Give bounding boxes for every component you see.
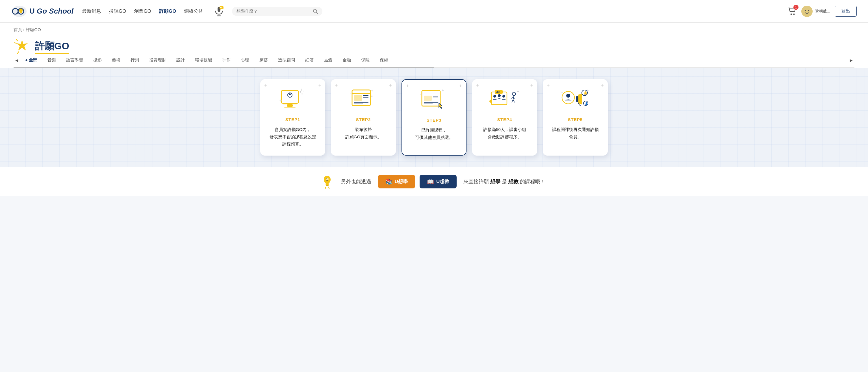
search-icon <box>313 8 318 14</box>
lightbulb-icon-area <box>320 175 334 189</box>
logo[interactable]: U Go School <box>11 5 73 18</box>
svg-marker-20 <box>17 39 28 51</box>
category-section: ◀ 全部音樂語言學習攝影藝術行銷投資理財設計職場技能手作心理穿搭造型顧問紅酒品酒… <box>0 55 868 68</box>
category-item-2[interactable]: 語言學習 <box>61 55 88 65</box>
category-item-17[interactable]: 保經 <box>375 55 393 65</box>
u-learn-button[interactable]: 📚 U想學 <box>378 175 415 189</box>
svg-point-29 <box>289 93 291 95</box>
category-item-12[interactable]: 造型顧問 <box>273 55 300 65</box>
svg-rect-38 <box>354 95 362 101</box>
steps-row: + + + − + STEP1 會員於許願GO內，發表想學習的課程及設定課程預算… <box>13 79 855 155</box>
breadcrumb-home[interactable]: 首頁 <box>13 27 22 32</box>
category-item-4[interactable]: 藝術 <box>107 55 125 65</box>
svg-text:+: + <box>300 88 303 92</box>
svg-text:+: + <box>442 88 444 92</box>
cart-button[interactable]: 1 <box>787 6 797 16</box>
nav-search-course[interactable]: 搜課GO <box>109 8 126 15</box>
step-desc-1: 會員於許願GO內，發表想學習的課程及設定課程預算。 <box>270 126 316 148</box>
svg-text:−: − <box>420 92 422 96</box>
svg-text:+: + <box>371 88 373 93</box>
category-item-15[interactable]: 金融 <box>337 55 356 65</box>
svg-point-69 <box>489 100 492 103</box>
category-scrollbar-track[interactable] <box>13 67 855 68</box>
main-content: + + + − + STEP1 會員於許願GO內，發表想學習的課程及設定課程預算… <box>0 68 868 167</box>
step-icon-3: + − <box>418 88 450 114</box>
svg-line-21 <box>17 39 18 41</box>
svg-line-65 <box>512 97 513 98</box>
category-scrollbar-thumb[interactable] <box>13 67 434 68</box>
cat-scroll-right[interactable]: ▶ <box>848 58 855 62</box>
header: U Go School 最新消息 搜課GO 創業GO 許願GO 銅板公益 <box>0 0 868 23</box>
svg-text:👤: 👤 <box>585 102 588 105</box>
category-item-1[interactable]: 音樂 <box>42 55 61 65</box>
step-desc-5: 課程開課後再次通知許願會員。 <box>552 126 599 140</box>
svg-point-17 <box>802 6 812 16</box>
nav-news[interactable]: 最新消息 <box>82 8 101 15</box>
category-item-9[interactable]: 手作 <box>217 55 236 65</box>
u-teach-button[interactable]: 📖 U想教 <box>420 175 457 189</box>
svg-rect-4 <box>20 12 22 13</box>
deco-plus-tl: + <box>406 83 409 89</box>
svg-point-19 <box>808 10 809 11</box>
step-icon-2: + − <box>348 88 379 113</box>
search-input[interactable] <box>237 9 312 13</box>
logout-button[interactable]: 登出 <box>835 6 857 17</box>
nav-startup[interactable]: 創業GO <box>134 8 151 15</box>
step-label-5: STEP5 <box>568 117 583 122</box>
deco-plus-tr: + <box>318 83 321 89</box>
logo-icon <box>11 5 27 18</box>
svg-text:−: − <box>350 92 352 96</box>
svg-line-67 <box>512 99 513 103</box>
lightbulb-icon <box>321 175 333 189</box>
step-card-5[interactable]: + + 🔔 👤 + − STEP5 課程開課後再次通知許願會員。 <box>543 79 608 155</box>
svg-rect-84 <box>326 185 329 186</box>
category-item-11[interactable]: 穿搭 <box>254 55 273 65</box>
category-item-5[interactable]: 行銷 <box>125 55 144 65</box>
star-icon <box>13 38 31 55</box>
svg-rect-75 <box>576 96 578 102</box>
nav-wish[interactable]: 許願GO <box>159 8 176 15</box>
u-learn-icon: 📚 <box>385 178 393 185</box>
svg-text:30: 30 <box>496 90 500 94</box>
svg-rect-25 <box>283 103 297 105</box>
category-item-14[interactable]: 品酒 <box>319 55 337 65</box>
category-item-6[interactable]: 投資理財 <box>144 55 171 65</box>
step-card-4[interactable]: + + 30 + − STEP4 <box>472 79 537 155</box>
mic-area[interactable] <box>214 6 223 17</box>
deco-plus-tl: + <box>264 83 267 89</box>
step-icon-4: 30 + − <box>489 88 520 113</box>
star-icon-area <box>13 38 31 55</box>
category-item-13[interactable]: 紅酒 <box>300 55 319 65</box>
category-item-7[interactable]: 設計 <box>171 55 190 65</box>
svg-text:−: − <box>279 93 281 97</box>
svg-point-32 <box>303 91 304 92</box>
svg-rect-49 <box>424 96 432 101</box>
search-area[interactable] <box>232 7 322 16</box>
deco-plus-tr: + <box>459 83 462 89</box>
svg-line-22 <box>14 43 17 43</box>
logo-text: U Go School <box>29 7 73 16</box>
svg-line-14 <box>316 12 318 13</box>
svg-text:+: + <box>587 88 589 93</box>
nav-charity[interactable]: 銅板公益 <box>184 8 203 15</box>
step-card-1[interactable]: + + + − + STEP1 會員於許願GO內，發表想學習的課程及設定課程預算… <box>260 79 325 155</box>
category-item-16[interactable]: 保險 <box>356 55 375 65</box>
page-title-area: 許願GO <box>0 34 868 55</box>
step-card-2[interactable]: + + + − STEP2 發布後於許願GO頁面顯示。 <box>331 79 396 155</box>
svg-text:−: − <box>490 92 492 96</box>
deco-plus-tl: + <box>476 83 479 89</box>
cart-badge: 1 <box>794 5 799 10</box>
step-card-3[interactable]: + + + − STEP3 已許願課程，可供其他會員點選。 <box>402 79 466 155</box>
step-icon-1: + − + <box>277 88 308 113</box>
svg-line-68 <box>513 99 515 103</box>
svg-point-16 <box>794 13 795 15</box>
category-item-10[interactable]: 心理 <box>236 55 254 65</box>
user-avatar-area[interactable]: 堂朝數... <box>801 6 830 17</box>
breadcrumb: 首頁 › 許願GO <box>0 23 868 34</box>
svg-rect-27 <box>284 107 296 108</box>
category-item-0[interactable]: 全部 <box>20 55 42 65</box>
category-item-8[interactable]: 職場技能 <box>190 55 217 65</box>
page-title: 許願GO <box>35 39 69 54</box>
category-item-3[interactable]: 攝影 <box>88 55 107 65</box>
cat-scroll-left[interactable]: ◀ <box>13 58 20 62</box>
